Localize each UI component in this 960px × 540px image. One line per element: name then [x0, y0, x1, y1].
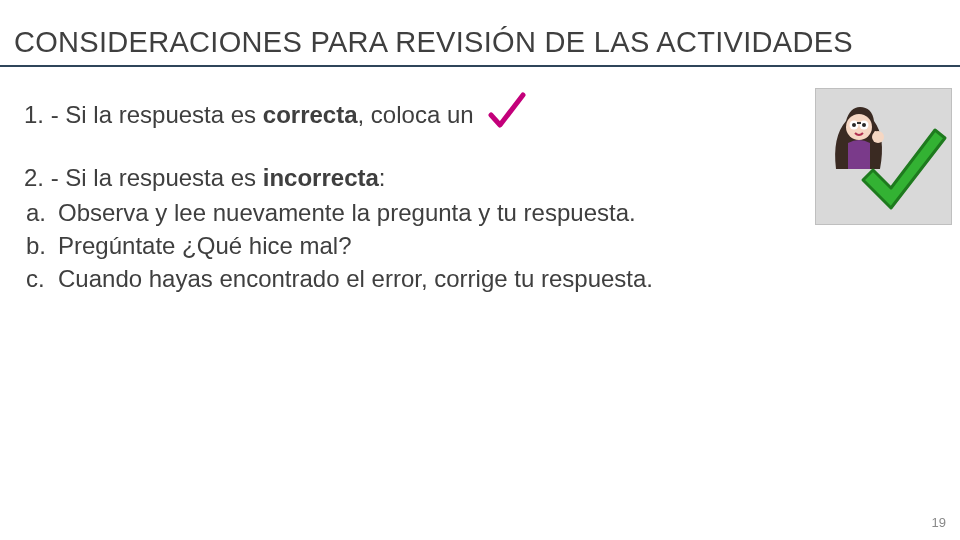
item-1-bold: correcta: [263, 101, 358, 128]
page-number: 19: [932, 515, 946, 530]
sub-b-text: Pregúntate ¿Qué hice mal?: [58, 229, 352, 262]
sub-b-label: b.: [24, 229, 58, 262]
sub-a-text: Observa y lee nuevamente la pregunta y t…: [58, 196, 636, 229]
sub-c-text: Cuando hayas encontrado el error, corrig…: [58, 262, 653, 295]
item-1-prefix: 1. - Si la respuesta es: [24, 101, 263, 128]
check-icon: [486, 89, 528, 141]
item-1-suffix: , coloca un: [358, 101, 474, 128]
sub-item-c: c. Cuando hayas encontrado el error, cor…: [24, 262, 960, 295]
item-2-suffix: :: [379, 164, 386, 191]
sub-c-label: c.: [24, 262, 58, 295]
item-2-prefix: 2. - Si la respuesta es: [24, 164, 263, 191]
illustration: [815, 88, 952, 225]
slide-title: CONSIDERACIONES PARA REVISIÓN DE LAS ACT…: [0, 0, 960, 65]
item-2-bold: incorrecta: [263, 164, 379, 191]
sub-a-label: a.: [24, 196, 58, 229]
sub-item-b: b. Pregúntate ¿Qué hice mal?: [24, 229, 960, 262]
check-large-icon: [849, 118, 952, 225]
